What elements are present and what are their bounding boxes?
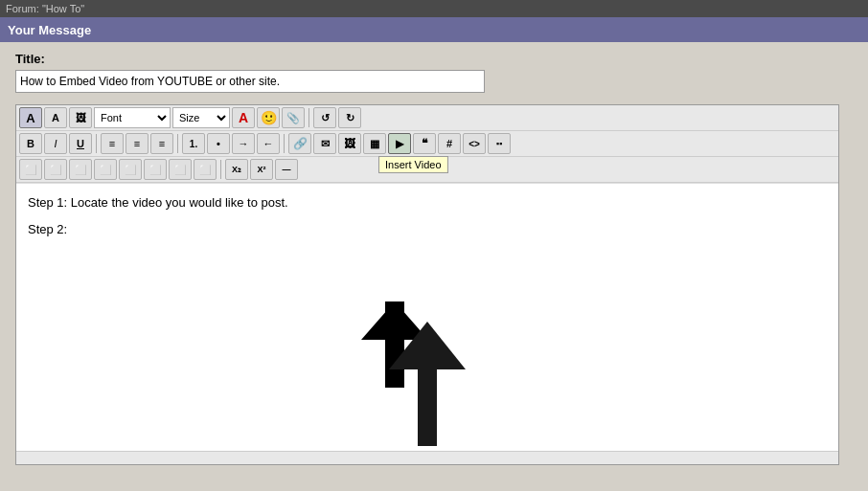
superscript-button[interactable]: X² — [250, 159, 273, 180]
tb3-icon8: ⬜ — [199, 165, 211, 175]
toolbar-sep-2 — [96, 134, 97, 153]
tb3-icon3: ⬜ — [75, 165, 86, 175]
insert-video-button[interactable]: ▶ — [388, 133, 411, 154]
email-button[interactable]: ✉ — [313, 133, 336, 154]
forum-bar: Forum: "How To" — [0, 0, 868, 17]
ordered-list-icon: 1. — [190, 139, 197, 149]
align-left-icon: ≡ — [109, 138, 115, 149]
toolbar-row-3: ⬜ ⬜ ⬜ ⬜ ⬜ ⬜ ⬜ ⬜ X — [16, 157, 838, 183]
hash-icon: # — [446, 138, 452, 149]
link-icon: 🔗 — [293, 137, 308, 150]
table-icon: ▦ — [370, 138, 379, 150]
hr-button[interactable]: — — [275, 159, 298, 180]
format-a2-button[interactable]: A — [44, 107, 67, 128]
font-select[interactable]: Font — [94, 107, 171, 128]
tb3-btn3[interactable]: ⬜ — [69, 159, 92, 180]
align-center-button[interactable]: ≡ — [126, 133, 148, 154]
toolbar-sep-3 — [177, 134, 178, 153]
smiley-icon: 🙂 — [261, 110, 277, 125]
undo-icon: ↺ — [321, 112, 330, 124]
font-color-icon: A — [239, 110, 248, 125]
editor-scrollbar[interactable] — [16, 451, 838, 464]
indent-icon: → — [239, 138, 249, 149]
tb3-btn4[interactable]: ⬜ — [94, 159, 117, 180]
your-message-header: Your Message — [0, 17, 868, 42]
outdent-icon: ← — [263, 138, 274, 149]
title-label: Title: — [15, 52, 853, 66]
outdent-button[interactable]: ← — [257, 133, 280, 154]
tb3-icon6: ⬜ — [149, 165, 161, 175]
underline-icon: U — [77, 138, 84, 149]
photo-button[interactable]: 🖼 — [338, 133, 361, 154]
font-color-button[interactable]: A — [232, 107, 255, 128]
ordered-list-button[interactable]: 1. — [182, 133, 205, 154]
tb3-icon5: ⬜ — [125, 165, 136, 175]
bold-icon: B — [27, 138, 34, 149]
italic-icon: I — [54, 138, 57, 149]
toolbar-sep-5 — [220, 160, 221, 179]
align-left-button[interactable]: ≡ — [101, 133, 124, 154]
photo-icon: 🖼 — [344, 137, 355, 150]
more-icon: ▪▪ — [496, 139, 502, 148]
tb3-icon2: ⬜ — [50, 165, 61, 175]
header-title: Your Message — [8, 23, 91, 37]
code-button[interactable]: <> — [463, 133, 486, 154]
tb3-btn5[interactable]: ⬜ — [119, 159, 142, 180]
redo-icon: ↻ — [346, 112, 354, 124]
table-button[interactable]: ▦ — [363, 133, 386, 154]
forum-bar-text: Forum: "How To" — [6, 3, 84, 14]
undo-button[interactable]: ↺ — [313, 107, 336, 128]
subscript-icon: X₂ — [232, 165, 241, 174]
code-icon: <> — [468, 139, 480, 149]
tb3-icon1: ⬜ — [25, 165, 36, 175]
editor-line-1: Step 1: Locate the video you would like … — [28, 193, 827, 212]
quote-button[interactable]: ❝ — [413, 133, 436, 154]
link-button[interactable]: 🔗 — [288, 133, 311, 154]
tb3-btn6[interactable]: ⬜ — [144, 159, 167, 180]
align-right-button[interactable]: ≡ — [150, 133, 173, 154]
align-right-icon: ≡ — [159, 138, 165, 149]
content-area: Title: A A 🖼 Font Size A 🙂 — [0, 42, 868, 491]
unordered-list-icon: • — [217, 138, 220, 149]
tb3-btn1[interactable]: ⬜ — [19, 159, 42, 180]
size-select[interactable]: Size — [172, 107, 230, 128]
toolbar-sep-4 — [284, 134, 285, 153]
underline-button[interactable]: U — [69, 133, 92, 154]
format-a1-icon: A — [26, 111, 34, 125]
unordered-list-button[interactable]: • — [207, 133, 230, 154]
attachment-button[interactable]: 📎 — [282, 107, 305, 128]
subscript-button[interactable]: X₂ — [225, 159, 248, 180]
hr-icon: — — [283, 165, 291, 174]
quote-icon: ❝ — [422, 137, 427, 150]
insert-video-icon: ▶ — [396, 138, 403, 150]
align-center-icon: ≡ — [134, 138, 140, 149]
hash-button[interactable]: # — [438, 133, 461, 154]
smiley-button[interactable]: 🙂 — [257, 107, 280, 128]
editor-container: A A 🖼 Font Size A 🙂 📎 — [15, 104, 839, 465]
indent-button[interactable]: → — [232, 133, 255, 154]
toolbar-row-2: B I U ≡ ≡ ≡ 1. • — [16, 131, 838, 157]
superscript-icon: X² — [258, 165, 266, 174]
tb3-icon7: ⬜ — [174, 165, 186, 175]
editor-line-2: Step 2: — [28, 220, 827, 239]
format-a1-button[interactable]: A — [19, 107, 42, 128]
more-button[interactable]: ▪▪ — [488, 133, 511, 154]
italic-button[interactable]: I — [44, 133, 67, 154]
tb3-btn2[interactable]: ⬜ — [44, 159, 67, 180]
editor-body[interactable]: Step 1: Locate the video you would like … — [16, 183, 838, 451]
format-a2-icon: A — [52, 112, 59, 123]
title-input[interactable] — [15, 70, 485, 93]
image-icon: 🖼 — [76, 112, 86, 123]
tb3-btn8[interactable]: ⬜ — [194, 159, 217, 180]
toolbar-sep-1 — [308, 108, 309, 127]
bold-button[interactable]: B — [19, 133, 42, 154]
email-icon: ✉ — [321, 138, 330, 150]
attachment-icon: 📎 — [286, 112, 300, 124]
toolbar-row-1: A A 🖼 Font Size A 🙂 📎 — [16, 105, 838, 131]
tb3-btn7[interactable]: ⬜ — [169, 159, 192, 180]
redo-button[interactable]: ↻ — [338, 107, 361, 128]
insert-image-button[interactable]: 🖼 — [69, 107, 92, 128]
tb3-icon4: ⬜ — [100, 165, 111, 175]
